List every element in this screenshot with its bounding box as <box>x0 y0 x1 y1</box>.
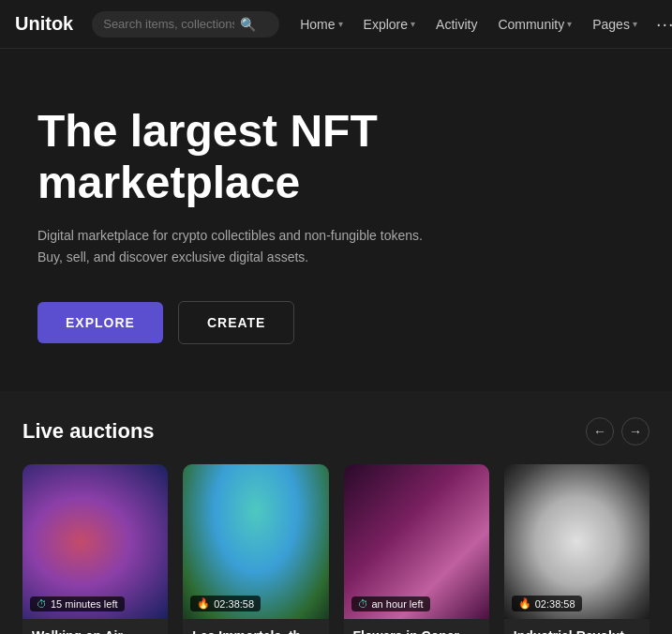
auction-card-4[interactable]: 🔥 02:38:58 Industrial Revolution @midinh… <box>504 464 650 634</box>
hero-buttons: EXPLORE CREATE <box>37 301 635 344</box>
auction-card-3[interactable]: ⏱ an hour left Flowers in Concrete (Moda… <box>344 464 489 634</box>
card-badge: ⏱ an hour left <box>351 596 430 611</box>
card-image-wrap: 🔥 02:38:58 <box>183 464 328 619</box>
navbar: Unitok 🔍 Home ▾ Explore ▾ Activity Commu… <box>0 0 672 49</box>
logo[interactable]: Unitok <box>15 13 73 35</box>
auctions-header: Live auctions ← → <box>22 417 650 445</box>
card-image-wrap: ⏱ an hour left <box>344 464 489 619</box>
auction-card-1[interactable]: ⏱ 15 minutes left Walking on Air @nickna… <box>22 464 168 634</box>
nav-links: Home ▾ Explore ▾ Activity Community ▾ Pa… <box>291 9 672 38</box>
card-title: Walking on Air <box>32 628 158 634</box>
nav-arrows: ← → <box>586 417 650 445</box>
card-title: Flowers in Concrete (Modal) <box>353 628 480 634</box>
search-bar[interactable]: 🔍 <box>92 11 279 38</box>
hero-section: The largest NFT marketplace Digital mark… <box>0 49 672 391</box>
card-body: Industrial Revolution @midinh Current pr… <box>504 619 650 634</box>
card-body: Flowers in Concrete (Modal) @min1max Cur… <box>344 619 489 634</box>
explore-button[interactable]: EXPLORE <box>37 302 163 343</box>
create-button[interactable]: CREATE <box>178 301 295 344</box>
auction-card-2[interactable]: 🔥 02:38:58 Les Immortels, the Treacher..… <box>183 464 328 634</box>
nav-activity[interactable]: Activity <box>426 11 486 38</box>
nav-explore[interactable]: Explore ▾ <box>354 11 425 38</box>
chevron-down-icon: ▾ <box>411 19 415 29</box>
nav-community[interactable]: Community ▾ <box>488 11 581 38</box>
auctions-section: Live auctions ← → ⏱ 15 minutes left Walk… <box>0 391 672 634</box>
chevron-down-icon: ▾ <box>633 19 637 29</box>
card-body: Walking on Air @nickname Current price 4… <box>22 619 168 634</box>
arrow-left-button[interactable]: ← <box>586 417 614 445</box>
card-image-wrap: ⏱ 15 minutes left <box>22 464 168 619</box>
card-badge: ⏱ 15 minutes left <box>30 596 125 611</box>
card-badge: 🔥 02:38:58 <box>190 596 261 611</box>
search-icon: 🔍 <box>240 17 256 32</box>
search-input[interactable] <box>103 17 234 31</box>
card-body: Les Immortels, the Treacher... @neo Curr… <box>183 619 328 634</box>
card-title: Industrial Revolution <box>514 628 640 634</box>
card-title: Les Immortels, the Treacher... <box>192 628 319 634</box>
nav-pages[interactable]: Pages ▾ <box>583 11 647 38</box>
card-image-wrap: 🔥 02:38:58 <box>504 464 650 619</box>
auctions-title: Live auctions <box>22 419 155 444</box>
fire-icon: 🔥 <box>197 597 210 610</box>
hero-subtitle: Digital marketplace for crypto collectib… <box>37 225 635 267</box>
clock-icon: ⏱ <box>358 598 368 610</box>
more-button[interactable]: ··· <box>649 9 672 38</box>
fire-icon: 🔥 <box>518 597 531 610</box>
arrow-right-button[interactable]: → <box>621 417 650 445</box>
hero-title: The largest NFT marketplace <box>37 105 525 208</box>
cards-grid: ⏱ 15 minutes left Walking on Air @nickna… <box>22 464 650 634</box>
chevron-down-icon: ▾ <box>338 19 343 29</box>
nav-home[interactable]: Home ▾ <box>291 11 351 38</box>
clock-icon: ⏱ <box>37 598 47 610</box>
card-badge: 🔥 02:38:58 <box>512 596 582 611</box>
chevron-down-icon: ▾ <box>567 19 572 29</box>
